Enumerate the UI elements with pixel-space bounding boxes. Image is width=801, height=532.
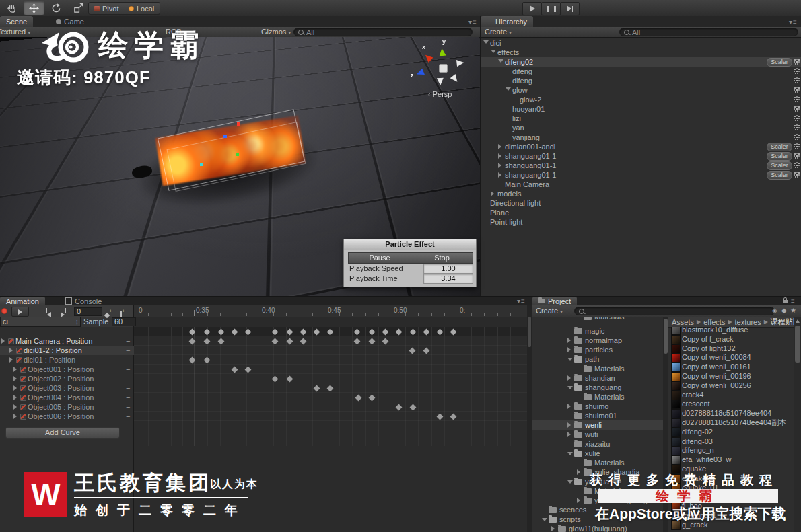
folder-row[interactable]: xiazaitu <box>532 439 663 449</box>
hierarchy-item[interactable]: dimian001-andiScaler <box>481 142 801 151</box>
z-axis-cone[interactable] <box>415 69 425 77</box>
animation-track[interactable]: Object002 : Position− <box>0 374 134 383</box>
breadcrumb-item[interactable]: textures <box>735 318 761 326</box>
scrollbar-thumb[interactable] <box>528 317 531 347</box>
expand-arrow-icon[interactable] <box>567 480 573 484</box>
asset-row[interactable]: crescent <box>668 399 794 408</box>
gizmo-cone-white-1[interactable] <box>456 59 464 67</box>
hand-tool-button[interactable] <box>1 1 22 15</box>
expand-arrow-icon[interactable] <box>13 385 17 391</box>
play-button[interactable] <box>522 2 542 15</box>
hierarchy-item[interactable]: models <box>481 189 801 198</box>
asset-row[interactable]: Copy of wenli_00084 <box>668 352 794 362</box>
folder-row[interactable]: Materials <box>532 392 663 402</box>
local-button[interactable]: Local <box>123 2 160 15</box>
gizmo-handle-red[interactable] <box>237 122 240 126</box>
folder-row[interactable]: wenli <box>532 420 663 430</box>
clip-dropdown[interactable]: ci↕ <box>0 317 81 327</box>
scrollbar-thumb[interactable] <box>664 319 668 354</box>
folder-row[interactable]: shanguang <box>532 383 663 392</box>
track-menu-dash[interactable]: − <box>126 402 130 412</box>
scaler-badge[interactable]: Scaler <box>767 143 792 151</box>
gizmo-handle-blue[interactable] <box>223 135 227 138</box>
keyframe[interactable] <box>287 338 293 345</box>
animation-track[interactable]: Object003 : Position− <box>0 383 134 393</box>
folder-row[interactable]: wuti <box>532 430 663 439</box>
keyframe[interactable] <box>369 395 376 402</box>
expand-arrow-icon[interactable] <box>13 376 17 381</box>
keyframe[interactable] <box>437 414 444 420</box>
expand-arrow-icon[interactable] <box>498 144 501 149</box>
expand-arrow-icon[interactable] <box>1 338 5 344</box>
frame-field[interactable]: 0 <box>74 307 102 316</box>
expand-arrow-icon[interactable] <box>567 386 573 389</box>
pause-particles-button[interactable]: Pause <box>348 252 411 264</box>
keyframe[interactable] <box>355 395 362 402</box>
gizmo-cone-white-2[interactable] <box>450 74 460 84</box>
animation-track[interactable]: dici01 : Position− <box>0 355 134 365</box>
keyframe[interactable] <box>410 404 417 411</box>
breadcrumb-item[interactable]: effects <box>703 318 725 326</box>
animation-track[interactable]: Object001 : Position− <box>0 365 134 374</box>
keyframe[interactable] <box>327 385 334 392</box>
move-tool-button[interactable] <box>24 1 44 15</box>
create-dropdown[interactable]: Create▾ <box>536 307 563 315</box>
playback-speed-value[interactable]: 1.00 <box>423 264 473 274</box>
asset-row[interactable]: d027888118c510748ee404 <box>668 408 794 418</box>
lock-icon[interactable] <box>783 300 788 303</box>
folder-row[interactable]: xulie <box>532 449 663 458</box>
expand-arrow-icon[interactable] <box>13 395 17 400</box>
gizmos-dropdown[interactable]: Gizmos▾ <box>261 28 291 36</box>
expand-arrow-icon[interactable] <box>567 404 571 409</box>
expand-arrow-icon[interactable] <box>567 452 573 455</box>
hierarchy-item[interactable]: yanjiang <box>481 132 801 142</box>
animation-track[interactable]: Object006 : Position− <box>0 412 134 421</box>
hierarchy-item[interactable]: yan <box>481 123 801 132</box>
shading-dropdown[interactable]: Textured▾ <box>0 28 30 36</box>
track-menu-dash[interactable]: − <box>126 355 130 365</box>
expand-arrow-icon[interactable] <box>551 526 555 531</box>
hierarchy-item[interactable]: difeng <box>481 76 801 85</box>
keyframe[interactable] <box>218 338 225 345</box>
animation-track[interactable]: Object004 : Position− <box>0 393 134 402</box>
scrollbar-thumb[interactable] <box>795 326 800 363</box>
asset-row[interactable]: efa_white03_w <box>668 455 794 464</box>
project-search-input[interactable] <box>574 307 775 315</box>
keyframe[interactable] <box>382 338 389 345</box>
x-axis-cone[interactable] <box>423 52 433 63</box>
tab-hierarchy[interactable]: Hierarchy <box>481 16 533 27</box>
track-menu-dash[interactable]: − <box>126 336 130 346</box>
expand-arrow-icon[interactable] <box>483 40 489 44</box>
dopesheet-scrollbar[interactable] <box>527 305 532 532</box>
keyframe[interactable] <box>287 376 293 383</box>
keyframe[interactable] <box>409 348 416 354</box>
asset-row[interactable]: Copy of f_crack <box>668 334 794 344</box>
expand-arrow-icon[interactable] <box>498 59 503 63</box>
keyframe[interactable] <box>396 404 403 411</box>
hierarchy-item[interactable]: Main Camera <box>481 180 801 189</box>
expand-arrow-icon[interactable] <box>491 50 496 53</box>
keyframe[interactable] <box>204 357 211 364</box>
animation-track[interactable]: dici01-2 : Position− <box>0 346 134 355</box>
sample-field[interactable]: 60 <box>112 317 136 326</box>
panel-menu-icon[interactable]: ▾≡ <box>789 18 798 26</box>
folder-row[interactable]: shandian <box>532 373 663 383</box>
hierarchy-item[interactable]: difeng02Scaler <box>481 57 801 67</box>
gizmo-handle-cyan[interactable] <box>200 163 203 166</box>
orientation-gizmo[interactable]: y x z ‹ Persp <box>404 37 478 104</box>
keyframe[interactable] <box>354 338 361 345</box>
hierarchy-item[interactable]: shanguang01-1Scaler <box>481 170 801 180</box>
keyframe[interactable] <box>423 348 430 354</box>
panel-menu-icon[interactable]: ≡ <box>791 297 796 305</box>
folder-row[interactable]: shuimo01 <box>532 411 663 420</box>
asset-row[interactable]: Copy of wenli_00161 <box>668 362 794 371</box>
asset-row[interactable]: Copy of wenli_00196 <box>668 371 794 381</box>
favorite-star-icon[interactable]: ★ <box>790 307 796 314</box>
asset-row[interactable]: difengc_n <box>668 445 794 455</box>
expand-arrow-icon[interactable] <box>567 422 571 428</box>
gizmo-cube[interactable] <box>439 64 448 73</box>
add-curve-button[interactable]: Add Curve <box>5 427 120 439</box>
keyframe[interactable] <box>300 338 307 345</box>
scroll-up-icon[interactable] <box>796 319 800 323</box>
panel-menu-icon[interactable]: ▾≡ <box>517 297 526 305</box>
